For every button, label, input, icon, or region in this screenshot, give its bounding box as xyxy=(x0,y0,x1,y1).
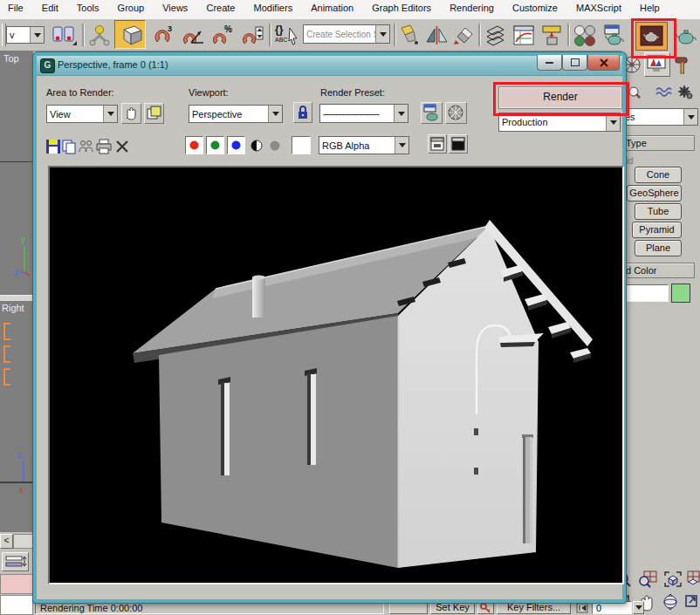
curve-editor-button[interactable] xyxy=(511,23,536,48)
chevron-down-icon[interactable] xyxy=(375,25,389,43)
environment-effects-button[interactable] xyxy=(445,102,467,124)
render-production-button[interactable] xyxy=(674,24,698,48)
viewport-right[interactable]: Right z x xyxy=(0,301,33,532)
key-mode-toggle-icon[interactable] xyxy=(576,603,588,613)
percent-snap-button[interactable]: % xyxy=(209,23,236,48)
pivot-center-flyout-button[interactable] xyxy=(51,23,78,48)
macro-recorder-line[interactable] xyxy=(0,574,33,594)
edit-named-selection-sets-button[interactable]: {} ABC xyxy=(273,23,300,48)
schematic-view-button[interactable] xyxy=(539,23,564,48)
render-setup-button[interactable] xyxy=(601,23,628,48)
render-preset-dropdown[interactable]: ------------------------ xyxy=(319,104,408,123)
viewport-top-label[interactable]: Top xyxy=(3,53,19,64)
menu-create[interactable]: Create xyxy=(198,0,243,16)
close-button[interactable] xyxy=(587,55,620,71)
menu-file[interactable]: File xyxy=(0,0,31,16)
primitive-button-cone[interactable]: Cone xyxy=(635,167,682,183)
menu-help[interactable]: Help xyxy=(632,0,668,16)
zoom-extents-all-icon[interactable] xyxy=(687,570,700,589)
menu-modifiers[interactable]: Modifiers xyxy=(246,0,301,16)
track-light-button[interactable] xyxy=(398,23,422,48)
viewport-dropdown[interactable]: Perspective xyxy=(189,105,283,123)
key-filters-button[interactable]: Key Filters... xyxy=(497,601,571,614)
background-color-swatch[interactable] xyxy=(292,136,311,154)
menu-maxscript[interactable]: MAXScript xyxy=(568,0,629,16)
rollout-name-color[interactable]: d Color xyxy=(621,263,695,278)
viewport-right-label[interactable]: Right xyxy=(2,303,24,313)
copy-image-button[interactable] xyxy=(60,138,78,155)
align-button[interactable] xyxy=(451,23,475,48)
clear-image-button[interactable] xyxy=(113,138,131,155)
primitive-button-pyramid[interactable]: Pyramid xyxy=(632,222,682,238)
current-frame-field[interactable]: 0 xyxy=(592,601,632,614)
set-key-button[interactable]: Set Key xyxy=(430,601,475,614)
select-and-manipulate-button[interactable] xyxy=(87,23,112,48)
set-key-toggle-button[interactable] xyxy=(477,601,494,614)
snaps-toggle-button-active[interactable] xyxy=(114,20,146,49)
chevron-down-icon[interactable] xyxy=(30,27,44,43)
green-channel-toggle[interactable] xyxy=(206,136,224,154)
area-to-render-dropdown[interactable]: View xyxy=(46,105,118,123)
primitive-button-tube[interactable]: Tube xyxy=(635,203,682,220)
auto-region-button[interactable] xyxy=(144,103,164,124)
red-channel-toggle[interactable] xyxy=(185,136,203,154)
maximize-button[interactable] xyxy=(562,55,587,71)
material-editor-button[interactable] xyxy=(572,23,597,48)
zoom-all-icon[interactable] xyxy=(637,570,658,589)
menu-group[interactable]: Group xyxy=(110,0,153,16)
menu-edit[interactable]: Edit xyxy=(34,0,66,16)
primitive-category-dropdown[interactable]: es xyxy=(621,108,698,126)
alpha-channel-toggle[interactable] xyxy=(249,138,264,154)
snap-3d-button[interactable]: 3 xyxy=(150,23,176,48)
chevron-down-icon[interactable] xyxy=(394,105,408,122)
layer-manager-button[interactable] xyxy=(483,23,507,48)
window-title-bar[interactable]: G Perspective, frame 0 (1:1) xyxy=(37,56,622,76)
chevron-down-icon[interactable] xyxy=(268,106,282,122)
angle-snap-button[interactable] xyxy=(180,23,206,48)
menu-graph-editors[interactable]: Graph Editors xyxy=(364,0,439,16)
menu-animation[interactable]: Animation xyxy=(303,0,361,16)
viewport-lock-button[interactable] xyxy=(293,102,312,123)
reference-coordinate-dropdown[interactable]: v xyxy=(6,26,45,44)
object-name-field[interactable] xyxy=(621,284,669,302)
trackbar[interactable] xyxy=(13,534,33,549)
status-blank-button[interactable] xyxy=(389,601,428,614)
open-mini-curve-editor-button[interactable] xyxy=(2,552,29,571)
named-selection-set-dropdown[interactable]: Create Selection Set xyxy=(303,24,390,44)
arc-rotate-icon[interactable] xyxy=(660,592,681,612)
object-color-swatch[interactable] xyxy=(671,284,690,303)
render-canvas[interactable] xyxy=(48,166,624,584)
trackbar-left-arrow-button[interactable]: < xyxy=(0,534,13,549)
primitive-button-plane[interactable]: Plane xyxy=(635,240,682,256)
clone-window-button[interactable] xyxy=(78,138,95,155)
render-setup-dialog-button[interactable] xyxy=(421,102,443,124)
maxscript-mini-listener[interactable] xyxy=(0,595,33,615)
menu-views[interactable]: Views xyxy=(154,0,196,16)
monochrome-toggle[interactable] xyxy=(267,138,283,154)
chevron-down-icon[interactable] xyxy=(606,113,620,131)
menu-rendering[interactable]: Rendering xyxy=(442,0,502,16)
chevron-down-icon[interactable] xyxy=(395,137,408,154)
print-image-button[interactable] xyxy=(95,138,113,155)
save-image-button[interactable] xyxy=(45,138,62,155)
spinner-snap-button[interactable] xyxy=(239,23,265,48)
frame-dropdown-arrow[interactable] xyxy=(633,601,644,614)
primitive-button-geosphere[interactable]: GeoSphere xyxy=(627,185,682,202)
rollout-object-type[interactable]: Type xyxy=(621,135,695,151)
channel-display-dropdown[interactable]: RGB Alpha xyxy=(319,136,409,154)
menu-customize[interactable]: Customize xyxy=(504,0,566,16)
mirror-button[interactable] xyxy=(425,23,449,48)
chevron-down-icon[interactable] xyxy=(103,106,117,122)
menu-tools[interactable]: Tools xyxy=(69,0,107,16)
toggle-ui-button[interactable] xyxy=(449,134,468,154)
category-systems-button[interactable] xyxy=(677,85,695,100)
viewport-top[interactable]: Top y z xyxy=(0,51,33,295)
zoom-extents-icon[interactable] xyxy=(662,570,683,589)
toggle-ui-overlays-button[interactable] xyxy=(428,134,447,154)
blue-channel-toggle[interactable] xyxy=(227,136,245,154)
minimize-button[interactable] xyxy=(537,55,562,71)
edit-region-button[interactable] xyxy=(121,103,141,124)
category-space-warps-button[interactable] xyxy=(655,85,672,99)
maximize-viewport-icon[interactable] xyxy=(684,592,700,612)
chevron-down-icon[interactable] xyxy=(683,109,697,125)
